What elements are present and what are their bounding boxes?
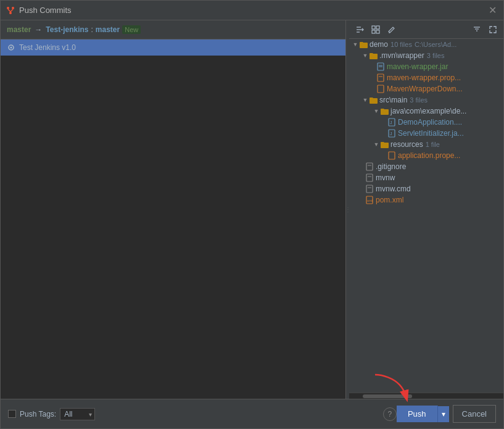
scrollbar-thumb[interactable]: [363, 394, 412, 398]
grid-icon[interactable]: [369, 23, 382, 36]
tree-node-gitignore[interactable]: .gitignore: [349, 161, 503, 172]
file-icon-mvnwcmd: [365, 185, 374, 193]
tree-label-mavenwrapperprop: maven-wrapper.prop...: [387, 73, 461, 82]
tree-node-mvnwrapper[interactable]: ▼ .mvn\wrapper 3 files: [349, 50, 503, 61]
tree-label-mavenwrapperjar: maven-wrapper.jar: [387, 62, 448, 71]
file-icon-servletinitializer: J: [387, 129, 396, 138]
svg-rect-33: [366, 185, 373, 193]
cancel-button[interactable]: Cancel: [453, 405, 496, 423]
push-tags-checkbox[interactable]: [8, 410, 16, 418]
commit-label: Test Jenkins v1.0: [19, 43, 76, 52]
file-icon-pomxml: xml: [365, 196, 374, 204]
tree-label-srcmain: src\main: [379, 96, 407, 104]
tree-node-mvnprop[interactable]: maven-wrapper.prop...: [349, 72, 503, 83]
expand-icon[interactable]: [486, 23, 500, 36]
svg-rect-31: [366, 174, 373, 181]
new-badge: New: [122, 25, 141, 34]
tree-label-mvnwrapper: .mvn\wrapper: [379, 51, 424, 60]
folder-icon: [359, 40, 368, 49]
file-icon-mvnw: [365, 173, 374, 182]
tree-label-javaexample: java\com\example\de...: [390, 107, 466, 115]
file-tree: ▼ demo 10 files C:\Users\Ad... ▼ .mvn\wr…: [349, 39, 503, 393]
svg-point-6: [10, 47, 12, 49]
tree-node-mvnjart[interactable]: maven-wrapper.jar: [349, 61, 503, 72]
tree-node-demo[interactable]: ▼ demo 10 files C:\Users\Ad...: [349, 39, 503, 50]
svg-point-0: [7, 7, 9, 9]
file-icon-jar: [376, 62, 385, 71]
svg-rect-28: [389, 152, 395, 159]
tags-select-wrapper: All None: [60, 408, 95, 420]
tree-meta-demo: 10 files: [390, 41, 412, 48]
tree-node-servletinitializer[interactable]: J ServletInitializer.ja...: [349, 128, 503, 139]
tree-node-appprop[interactable]: application.prope...: [349, 150, 503, 161]
file-icon-prop: [376, 73, 385, 82]
filter-icon[interactable]: [470, 23, 484, 36]
svg-point-2: [9, 12, 12, 14]
close-button[interactable]: ✕: [486, 4, 498, 17]
svg-rect-29: [366, 163, 373, 170]
horizontal-scrollbar[interactable]: [349, 393, 503, 399]
svg-rect-12: [372, 30, 375, 33]
tree-label-mvnw: mvnw: [376, 173, 395, 182]
svg-line-4: [10, 9, 13, 12]
title-bar: Push Commits ✕: [1, 1, 503, 20]
folder-icon-javaexample: [380, 107, 389, 115]
dialog-title: Push Commits: [19, 6, 486, 15]
folder-icon-mvn: [369, 51, 378, 60]
svg-rect-10: [372, 26, 375, 29]
tree-node-pomxml[interactable]: xml pom.xml: [349, 194, 503, 206]
tree-node-mvnw[interactable]: mvnw: [349, 172, 503, 183]
branch-separator: :: [91, 25, 93, 34]
svg-text:J: J: [390, 131, 392, 136]
tags-dropdown[interactable]: All None: [60, 408, 95, 420]
edit-icon[interactable]: [385, 23, 399, 36]
tree-label-mvnwcmd: mvnw.cmd: [376, 185, 411, 193]
tree-node-mvndown[interactable]: MavenWrapperDown...: [349, 83, 503, 94]
tree-node-mvnwcmd[interactable]: mvnw.cmd: [349, 183, 503, 194]
folder-icon-resources: [380, 140, 389, 149]
tree-node-resources[interactable]: ▼ resources 1 file: [349, 139, 503, 150]
local-branch: master: [7, 25, 31, 34]
tree-node-demoapplication[interactable]: J DemoApplication....: [349, 117, 503, 128]
tree-label-demo: demo: [370, 40, 388, 49]
commit-item[interactable]: Test Jenkins v1.0: [1, 40, 345, 56]
svg-line-3: [8, 9, 10, 12]
tree-meta-srcmain: 3 files: [410, 96, 428, 104]
branch-bar: master → Test-jenkins : master New: [1, 20, 345, 40]
tree-label-servletinitializer: ServletInitializer.ja...: [398, 129, 464, 138]
remote-branch: master: [96, 25, 120, 34]
remote-repo: Test-jenkins: [46, 25, 88, 34]
branch-arrow: →: [35, 25, 42, 34]
commits-list: Test Jenkins v1.0: [1, 40, 345, 399]
tree-label-appprop: application.prope...: [398, 151, 460, 160]
svg-rect-21: [378, 74, 384, 81]
push-dropdown-button[interactable]: ▾: [438, 406, 449, 422]
left-panel: master → Test-jenkins : master New Test: [1, 20, 346, 399]
file-tree-toolbar: [349, 20, 503, 39]
help-button[interactable]: ?: [383, 407, 397, 421]
tree-meta-mvnwrapper: 3 files: [427, 52, 445, 59]
push-button[interactable]: Push: [397, 406, 438, 422]
file-icon-mvndown: [376, 85, 385, 93]
svg-text:J: J: [390, 120, 392, 125]
tree-node-javaexample[interactable]: ▼ java\com\example\de...: [349, 106, 503, 117]
push-tags-group: Push Tags: All None: [8, 408, 95, 420]
tree-meta-resources: 1 file: [426, 141, 440, 148]
git-icon: [6, 6, 15, 15]
file-icon-gitignore: [365, 162, 374, 171]
commit-icon: [7, 43, 15, 52]
file-icon-demoapplication: J: [387, 118, 396, 127]
tree-node-srcmain[interactable]: ▼ src\main 3 files: [349, 94, 503, 106]
tree-label-demoapplication: DemoApplication....: [398, 118, 462, 127]
push-button-group: Push ▾: [397, 406, 449, 422]
push-tags-label: Push Tags:: [20, 410, 56, 419]
sort-icon[interactable]: [353, 23, 366, 36]
tree-arrow-demo: ▼: [352, 41, 359, 48]
svg-rect-11: [376, 26, 379, 29]
svg-rect-23: [378, 85, 384, 93]
bottom-bar: Push Tags: All None ? Push ▾: [1, 399, 503, 428]
tree-label-resources: resources: [390, 140, 423, 149]
bottom-actions: Push ▾ Cancel: [397, 405, 496, 423]
file-icon-appprop: [387, 151, 396, 160]
main-content: master → Test-jenkins : master New Test: [1, 20, 503, 399]
